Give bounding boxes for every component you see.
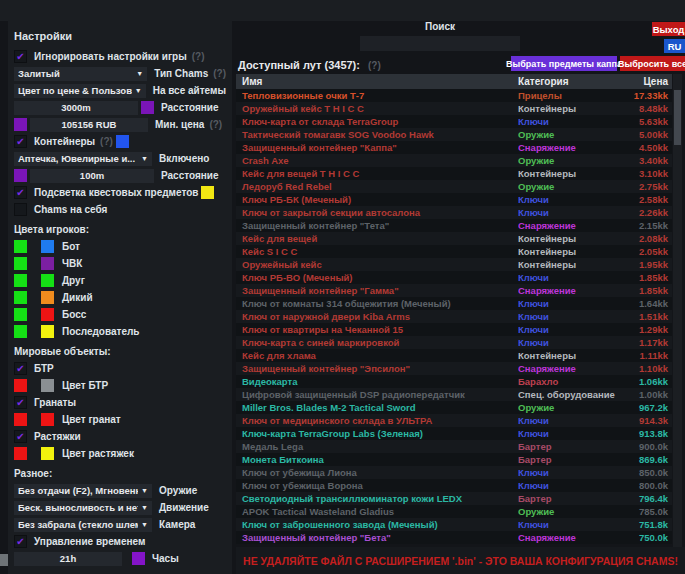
btr-checkbox[interactable]: ✔ (14, 362, 27, 375)
table-row[interactable]: Оружейный кейс Контейнеры 1.95kk (236, 258, 672, 271)
table-row[interactable]: Защищенный контейнер "Тета" Снаряжение 2… (236, 219, 672, 232)
table-row[interactable]: Кейс для вещей Контейнеры 2.08kk (236, 232, 672, 245)
distance-input[interactable]: 3000m (14, 101, 138, 115)
player-color-swatch-2[interactable] (41, 274, 54, 287)
drop-all-button[interactable]: Выбросить все (620, 56, 685, 71)
item-name: Защищенный контейнер "Гамма" (236, 285, 518, 296)
time-control-checkbox[interactable]: ✔ (14, 535, 27, 548)
player-color-swatch-2[interactable] (41, 308, 54, 321)
table-row[interactable]: Miller Bros. Blades M-2 Tactical Sword О… (236, 401, 672, 414)
containers-color-swatch[interactable] (116, 135, 129, 148)
item-price: 2.15kk (618, 220, 672, 231)
table-row[interactable]: Ключ-карта с синей маркировкой Ключи 1.1… (236, 336, 672, 349)
help-icon[interactable]: (?) (209, 119, 222, 130)
player-color-swatch-2[interactable] (41, 240, 54, 253)
table-row[interactable]: Тактический томагавк SOG Voodoo Hawk Ору… (236, 128, 672, 141)
exit-button[interactable]: Выход (652, 22, 685, 36)
player-color-swatch-1[interactable] (14, 240, 27, 253)
quest-items-checkbox[interactable]: ✔ (14, 186, 27, 199)
movement-mode-select[interactable]: Беск. выносливость и нет уста ▼ (14, 501, 152, 515)
help-icon[interactable]: (?) (100, 136, 113, 147)
table-row[interactable]: Кейс для хлама Контейнеры 1.11kk (236, 349, 672, 362)
player-color-swatch-1[interactable] (14, 325, 27, 338)
table-row[interactable]: Ключ-карта TerraGroup Labs (Зеленая) Клю… (236, 427, 672, 440)
camera-mode-row: Без забрала (стекло шлема) ▼ Камера (14, 516, 226, 533)
scrollbar-thumb[interactable] (674, 90, 681, 145)
table-row[interactable]: Защищенный контейнер "Бета" Снаряжение 7… (236, 531, 672, 544)
table-row[interactable]: Ключ от закрытой секции автосалона Ключи… (236, 206, 672, 219)
tripwire-color-swatch-1[interactable] (14, 447, 27, 460)
table-row[interactable]: Монета Биткоина Бартер 869.6k (236, 453, 672, 466)
grenade-color-swatch-1[interactable] (14, 413, 27, 426)
grenades-checkbox[interactable]: ✔ (14, 396, 27, 409)
footer-bar: НЕ УДАЛЯЙТЕ ФАЙЛ С РАСШИРЕНИЕМ '.bin' - … (236, 547, 685, 574)
table-row[interactable]: Оружейный кейс T H I C C Контейнеры 8.48… (236, 102, 672, 115)
all-items-select[interactable]: Цвет по цене & Пользователь ▼ (14, 84, 146, 98)
table-row[interactable]: Видеокарта Барахло 1.06kk (236, 375, 672, 388)
item-category: Оружие (518, 155, 618, 166)
chams-type-select[interactable]: Залитый ▼ (14, 67, 147, 81)
player-color-swatch-1[interactable] (14, 291, 27, 304)
table-row[interactable]: Ключ от наружной двери Kiba Arms Ключи 1… (236, 310, 672, 323)
table-row[interactable]: Ключ от убежища Лиона Ключи 850.0k (236, 466, 672, 479)
tripwire-color-swatch-2[interactable] (41, 447, 54, 460)
btr-color-swatch-2[interactable] (41, 379, 54, 392)
containers-checkbox[interactable]: ✔ (14, 135, 27, 148)
item-category: Ключи (518, 428, 618, 439)
player-color-swatch-2[interactable] (41, 291, 54, 304)
search-input[interactable] (360, 36, 520, 51)
min-price-input[interactable]: 105156 RUB (30, 118, 148, 132)
self-chams-checkbox[interactable] (14, 203, 27, 216)
column-price[interactable]: Цена (618, 76, 672, 87)
select-kappa-items-button[interactable]: Выбрать предметы каппа (511, 56, 617, 71)
camera-mode-select[interactable]: Без забрала (стекло шлема) ▼ (14, 518, 152, 532)
table-row[interactable]: Crash Axe Оружие 3.40kk (236, 154, 672, 167)
item-price: 4.50kk (618, 142, 672, 153)
table-row[interactable]: Ледоруб Red Rebel Оружие 2.75kk (236, 180, 672, 193)
scrollbar-track[interactable] (673, 74, 682, 547)
column-category[interactable]: Категория (518, 76, 618, 87)
table-row[interactable]: Ключ-карта от склада TerraGroup Ключи 5.… (236, 115, 672, 128)
grenade-color-swatch-2[interactable] (41, 413, 54, 426)
table-row[interactable]: Кейс S I C C Контейнеры 2.05kk (236, 245, 672, 258)
table-row[interactable]: Ключ РБ-БК (Меченый) Ключи 2.58kk (236, 193, 672, 206)
table-row[interactable]: Кейс для вещей T H I C C Контейнеры 3.10… (236, 167, 672, 180)
weapon-mode-select[interactable]: Без отдачи (F2), Мгновенное п ▼ (14, 484, 152, 498)
help-icon[interactable]: (?) (368, 60, 381, 71)
table-row[interactable]: Ключ от убежища Ворона Ключи 800.0k (236, 479, 672, 492)
player-color-swatch-1[interactable] (14, 257, 27, 270)
help-icon[interactable]: (?) (192, 51, 205, 62)
table-row[interactable]: Медаль Lega Бартер 900.0k (236, 440, 672, 453)
containers-list-select[interactable]: Аптечка, Ювелирные и... ▼ (14, 152, 152, 166)
table-row[interactable]: Цифровой защищенный DSP радиопередатчик … (236, 388, 672, 401)
help-icon[interactable]: (?) (213, 68, 226, 79)
language-button[interactable]: RU (664, 39, 685, 53)
quest-items-color-swatch[interactable] (201, 186, 214, 199)
hours-input[interactable]: 21h (14, 552, 122, 566)
tripwires-checkbox[interactable]: ✔ (14, 430, 27, 443)
table-row[interactable]: Ключ от квартиры на Чеканной 15 Ключи 1.… (236, 323, 672, 336)
containers-label: Контейнеры (34, 136, 95, 147)
table-row[interactable]: Защищенный контейнер "Каппа" Снаряжение … (236, 141, 672, 154)
table-row[interactable]: Ключ от комнаты 314 общежития (Меченый) … (236, 297, 672, 310)
min-price-color-swatch[interactable] (14, 118, 27, 131)
table-row[interactable]: Защищенный контейнер "Гамма" Снаряжение … (236, 284, 672, 297)
table-row[interactable]: Защищенный контейнер "Эпсилон" Снаряжени… (236, 362, 672, 375)
table-row[interactable]: Светодиодный трансиллюминатор кожи LEDX … (236, 492, 672, 505)
player-color-swatch-2[interactable] (41, 257, 54, 270)
player-color-swatch-2[interactable] (41, 325, 54, 338)
distance-color-swatch[interactable] (141, 101, 154, 114)
ignore-game-settings-checkbox[interactable]: ✔ (14, 50, 27, 63)
table-row[interactable]: Ключ от медицинского склада в УЛЬТРА Клю… (236, 414, 672, 427)
containers-distance-color-swatch[interactable] (14, 169, 27, 182)
column-name[interactable]: Имя (236, 76, 518, 87)
table-row[interactable]: Ключ от заброшенного завода (Меченый) Кл… (236, 518, 672, 531)
table-row[interactable]: Тепловизионные очки Т-7 Прицелы 17.33kk (236, 89, 672, 102)
table-row[interactable]: Ключ РБ-ВО (Меченый) Ключи 1.85kk (236, 271, 672, 284)
table-row[interactable]: APOK Tactical Wasteland Gladius Оружие 7… (236, 505, 672, 518)
btr-color-swatch-1[interactable] (14, 379, 27, 392)
player-color-swatch-1[interactable] (14, 274, 27, 287)
containers-distance-input[interactable]: 100m (30, 169, 154, 183)
hours-color-swatch[interactable] (132, 552, 145, 565)
player-color-swatch-1[interactable] (14, 308, 27, 321)
